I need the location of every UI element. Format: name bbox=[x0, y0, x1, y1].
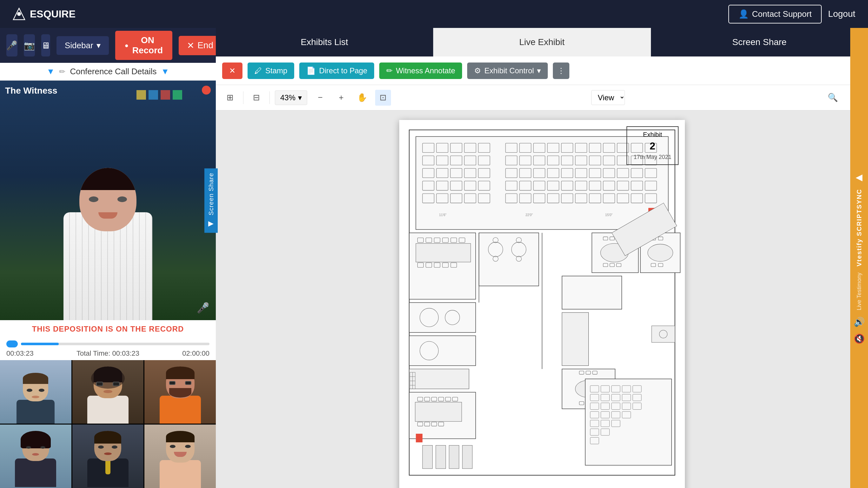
svg-rect-153 bbox=[585, 379, 672, 465]
svg-rect-108 bbox=[409, 336, 475, 365]
time-current: 00:03:23 bbox=[6, 349, 34, 358]
svg-rect-122 bbox=[415, 402, 462, 422]
witness-video-background bbox=[0, 80, 216, 320]
video-cell-6 bbox=[145, 425, 216, 488]
svg-rect-98 bbox=[479, 233, 538, 286]
end-button[interactable]: ✕ End bbox=[179, 36, 221, 55]
script-sync-sublabel: Live Testimony bbox=[856, 272, 863, 310]
x-icon: ✕ bbox=[187, 40, 194, 51]
pdf-toolbar: ⊞ ⊟ 43% ▾ − + ✋ ⊡ bbox=[216, 85, 868, 110]
timeline-bar: 00:03:23 Total Time: 00:03:23 02:00:00 bbox=[0, 338, 216, 360]
recording-status: THIS DEPOSITION IS ON THE RECORD bbox=[0, 320, 216, 338]
svg-rect-179 bbox=[652, 326, 675, 343]
recording-indicator bbox=[202, 86, 211, 95]
conference-details-bar: ▼ ✏ Conference Call Details ▼ bbox=[0, 63, 216, 80]
direct-to-page-button[interactable]: 📄 Direct to Page bbox=[299, 63, 374, 79]
pdf-page: Exhibit 2 17th May 2021 bbox=[399, 120, 685, 488]
time-total: Total Time: 00:03:23 bbox=[76, 349, 139, 358]
controls-bar: 🎤 📷 🖥 Sidebar ▾ ● ON Record ✕ End ⋮ bbox=[0, 28, 216, 63]
witness-annotate-button[interactable]: ✏ Witness Annotate bbox=[379, 63, 462, 79]
video-grid bbox=[0, 360, 216, 488]
direct-icon: 📄 bbox=[306, 66, 316, 75]
timeline-progress-container[interactable] bbox=[21, 343, 210, 345]
person-icon: 👤 bbox=[739, 9, 749, 19]
close-button[interactable]: ✕ bbox=[222, 63, 243, 79]
panel-toggle-button[interactable]: ⊞ bbox=[222, 90, 238, 106]
screen-share-button[interactable]: 🖥 bbox=[41, 34, 50, 57]
edit-icon: ✏ bbox=[59, 67, 65, 76]
logo-icon bbox=[13, 8, 25, 20]
svg-point-137 bbox=[647, 244, 673, 261]
panel-icon: ⊞ bbox=[226, 93, 234, 102]
right-panel: Exhibits List Live Exhibit Screen Share … bbox=[216, 28, 868, 488]
screen-icon: 🖥 bbox=[41, 40, 50, 51]
exhibit-panel-tab[interactable]: ◀ Screen Share bbox=[205, 168, 218, 233]
chevron-down-zoom-icon: ▾ bbox=[298, 93, 302, 102]
exhibit-stamp: Exhibit 2 17th May 2021 bbox=[626, 126, 678, 165]
svg-rect-97 bbox=[416, 243, 471, 262]
view-dropdown[interactable]: View bbox=[591, 90, 625, 105]
select-tool-button[interactable]: ⊡ bbox=[375, 90, 391, 106]
audio-icon[interactable]: 🔊 bbox=[854, 317, 865, 327]
zoom-display: 43% ▾ bbox=[275, 91, 307, 105]
on-record-button[interactable]: ● ON Record bbox=[115, 31, 173, 60]
logout-button[interactable]: Logout bbox=[828, 9, 855, 19]
video-cell-3 bbox=[145, 360, 216, 424]
hand-icon: ✋ bbox=[357, 93, 367, 102]
zoom-in-button[interactable]: + bbox=[333, 90, 349, 106]
chevron-right-icon[interactable]: ◀ bbox=[856, 172, 863, 183]
video-cell-1 bbox=[0, 360, 71, 424]
navbar: ESQUIRE 👤 Contact Support Logout bbox=[0, 0, 868, 28]
witness-label: The Witness bbox=[5, 86, 57, 96]
svg-rect-143 bbox=[562, 276, 621, 310]
zoom-out-button[interactable]: − bbox=[312, 90, 328, 106]
navbar-actions: 👤 Contact Support Logout bbox=[728, 5, 855, 24]
chevron-down-right-icon: ▼ bbox=[161, 67, 169, 76]
mute-icon[interactable]: 🔇 bbox=[854, 333, 865, 344]
tab-screen-share[interactable]: Screen Share bbox=[651, 28, 868, 57]
svg-rect-144 bbox=[562, 313, 588, 365]
timeline-track bbox=[6, 340, 210, 348]
stamp-button[interactable]: 🖊 Stamp bbox=[248, 63, 294, 79]
stamp-icon: 🖊 bbox=[254, 66, 262, 75]
select-icon: ⊡ bbox=[379, 93, 386, 102]
thumbnail-icon: ⊟ bbox=[253, 93, 260, 102]
svg-rect-126 bbox=[449, 446, 459, 469]
record-dot-icon: ● bbox=[125, 42, 128, 49]
app-logo: ESQUIRE bbox=[30, 8, 75, 20]
timeline-toggle[interactable] bbox=[6, 340, 18, 348]
search-icon: 🔍 bbox=[828, 93, 838, 102]
pdf-canvas[interactable]: Exhibit 2 17th May 2021 bbox=[216, 110, 868, 488]
more-options-toolbar-button[interactable]: ⋮ bbox=[553, 63, 569, 79]
conference-details-label[interactable]: Conference Call Details bbox=[70, 67, 156, 76]
mic-button[interactable]: 🎤 bbox=[6, 34, 18, 57]
exhibit-control-button[interactable]: ⚙ Exhibit Control ▾ bbox=[467, 63, 548, 79]
app-brand: ESQUIRE bbox=[13, 8, 75, 20]
svg-rect-125 bbox=[436, 446, 445, 469]
camera-button[interactable]: 📷 bbox=[24, 34, 35, 57]
svg-rect-127 bbox=[462, 446, 472, 469]
svg-text:11'6": 11'6" bbox=[439, 213, 446, 217]
video-cell-5 bbox=[72, 425, 144, 488]
svg-rect-123 bbox=[416, 434, 423, 442]
tab-exhibits-list[interactable]: Exhibits List bbox=[216, 28, 433, 57]
floor-plan-svg: 11'6" 22'0" 15'0" bbox=[399, 120, 685, 485]
thumbnail-button[interactable]: ⊟ bbox=[248, 90, 265, 106]
main-video: The Witness 🎤 ◀ Screen Share bbox=[0, 80, 216, 320]
contact-support-button[interactable]: 👤 Contact Support bbox=[728, 5, 822, 24]
chevron-down-icon: ▾ bbox=[537, 66, 541, 75]
tabs-bar: Exhibits List Live Exhibit Screen Share bbox=[216, 28, 868, 57]
timeline-times: 00:03:23 Total Time: 00:03:23 02:00:00 bbox=[6, 349, 210, 358]
exhibit-toolbar: ✕ 🖊 Stamp 📄 Direct to Page ✏ Witness Ann… bbox=[216, 57, 868, 85]
timeline-progress bbox=[21, 343, 59, 345]
divider-1 bbox=[243, 91, 243, 104]
sidebar-button[interactable]: Sidebar ▾ bbox=[57, 36, 109, 55]
svg-text:22'0": 22'0" bbox=[525, 213, 532, 217]
main-layout: 🎤 📷 🖥 Sidebar ▾ ● ON Record ✕ End ⋮ bbox=[0, 28, 868, 488]
tab-live-exhibit[interactable]: Live Exhibit bbox=[433, 28, 651, 57]
search-button[interactable]: 🔍 bbox=[825, 90, 841, 106]
gear-icon: ⚙ bbox=[474, 66, 481, 75]
svg-rect-105 bbox=[409, 303, 475, 332]
script-sync-bar: ◀ Vtestify SCRIPTSYNC Live Testimony 🔊 🔇 bbox=[850, 28, 868, 488]
hand-tool-button[interactable]: ✋ bbox=[354, 90, 370, 106]
